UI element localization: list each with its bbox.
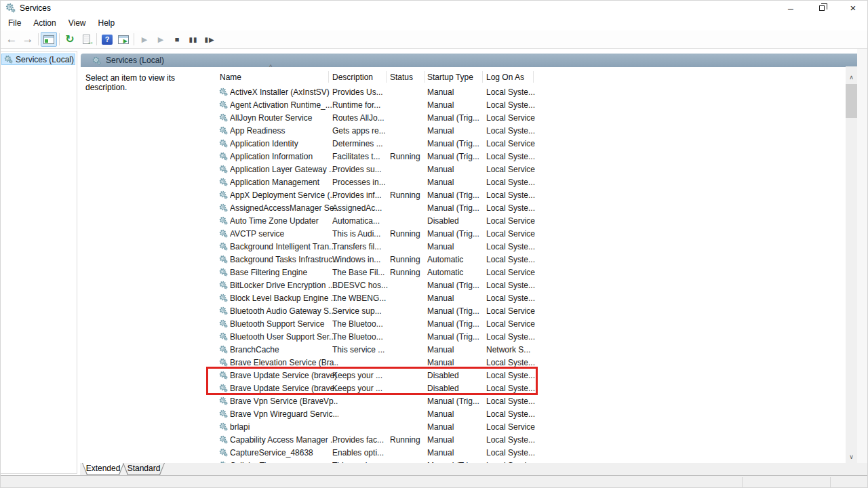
- column-separator[interactable]: [328, 71, 329, 83]
- service-gear-icon: [219, 371, 229, 380]
- table-row[interactable]: Bluetooth Audio Gateway S... Service sup…: [216, 305, 846, 318]
- table-row[interactable]: AVCTP service This is Audi... Running Ma…: [216, 228, 846, 241]
- service-gear-icon: [219, 255, 229, 264]
- service-status: [390, 112, 425, 125]
- table-row[interactable]: Background Intelligent Tran... Transfers…: [216, 241, 846, 253]
- sidebar-item-label: Services (Local): [16, 55, 74, 64]
- description-hint: Select an item to view its description.: [85, 73, 214, 92]
- service-gear-icon: [219, 139, 229, 148]
- tab-standard[interactable]: Standard: [123, 463, 165, 475]
- service-gear-icon: [219, 165, 229, 174]
- vertical-scrollbar[interactable]: ∧ ∨: [846, 66, 857, 463]
- service-log-on-as: Local Syste...: [486, 150, 561, 163]
- column-separator[interactable]: [533, 71, 534, 83]
- service-log-on-as: Local Syste...: [486, 331, 561, 344]
- scroll-down-icon[interactable]: ∨: [846, 451, 857, 463]
- table-row[interactable]: Application Management Processes in... M…: [216, 176, 846, 189]
- export-list-button[interactable]: →: [78, 32, 94, 47]
- table-row[interactable]: Brave Update Service (brave) Keeps your …: [216, 369, 846, 382]
- pause-service-button[interactable]: ▮▮: [185, 32, 201, 47]
- minimize-button[interactable]: –: [775, 1, 806, 17]
- table-row[interactable]: BitLocker Drive Encryption ... BDESVC ho…: [216, 279, 846, 292]
- refresh-button[interactable]: ↻: [62, 32, 78, 47]
- table-row[interactable]: Brave Elevation Service (Bra... Manual L…: [216, 357, 846, 369]
- pause-service-icon: ▮▮: [189, 36, 197, 43]
- table-row[interactable]: Brave Vpn Service (BraveVp... Manual (Tr…: [216, 395, 846, 408]
- forward-button[interactable]: →: [20, 32, 36, 47]
- service-gear-icon: [219, 358, 229, 367]
- table-row[interactable]: ActiveX Installer (AxInstSV) Provides Us…: [216, 86, 846, 99]
- scrollbar-thumb[interactable]: [846, 84, 857, 118]
- table-row[interactable]: Background Tasks Infrastruc... Windows i…: [216, 253, 846, 266]
- service-gear-icon: [219, 203, 229, 213]
- service-description: Provides su...: [332, 163, 388, 176]
- table-row[interactable]: Brave Update Service (brave... Keeps you…: [216, 382, 846, 395]
- service-log-on-as: Local Syste...: [486, 408, 561, 421]
- table-row[interactable]: Auto Time Zone Updater Automatica... Dis…: [216, 215, 846, 228]
- service-name: AssignedAccessManager Se...: [230, 202, 338, 215]
- service-description: Runtime for...: [332, 99, 388, 112]
- show-console-tree-button[interactable]: [41, 32, 57, 47]
- service-log-on-as: Local Syste...: [486, 279, 561, 292]
- show-action-pane-button[interactable]: ▶: [115, 32, 132, 47]
- column-separator[interactable]: [482, 71, 483, 83]
- service-status: [390, 86, 425, 99]
- table-row[interactable]: Bluetooth Support Service The Bluetoo...…: [216, 318, 846, 331]
- table-row[interactable]: AssignedAccessManager Se... AssignedAc..…: [216, 202, 846, 215]
- service-name: Background Tasks Infrastruc...: [230, 253, 338, 266]
- resume-service-button[interactable]: ▶: [153, 32, 169, 47]
- restore-button[interactable]: [806, 1, 837, 17]
- table-row[interactable]: AppX Deployment Service (... Provides in…: [216, 189, 846, 202]
- table-row[interactable]: Agent Activation Runtime_... Runtime for…: [216, 99, 846, 112]
- help-button[interactable]: ?: [99, 32, 115, 47]
- service-startup-type: Manual: [427, 357, 483, 369]
- service-status: [390, 382, 425, 395]
- restart-service-icon: ▮▶: [204, 36, 214, 43]
- column-header-log-on-as[interactable]: Log On As: [486, 70, 532, 84]
- table-row[interactable]: BranchCache This service ... Manual Netw…: [216, 344, 846, 357]
- column-header-startup-type[interactable]: Startup Type: [427, 70, 481, 84]
- service-log-on-as: Local Service: [486, 305, 561, 318]
- back-button[interactable]: ←: [3, 32, 20, 47]
- menu-help[interactable]: Help: [92, 16, 121, 30]
- service-status: Running: [390, 253, 425, 266]
- service-description: Keeps your ...: [332, 382, 388, 395]
- column-header-name[interactable]: Name: [220, 70, 327, 84]
- table-row[interactable]: Application Identity Determines ... Manu…: [216, 138, 846, 150]
- service-log-on-as: Local Syste...: [486, 202, 561, 215]
- table-row[interactable]: CaptureService_48638 Enables opti... Man…: [216, 447, 846, 460]
- menu-action[interactable]: Action: [27, 16, 62, 30]
- menu-file[interactable]: File: [2, 16, 27, 30]
- restart-service-button[interactable]: ▮▶: [201, 32, 218, 47]
- table-row[interactable]: Capability Access Manager ... Provides f…: [216, 434, 846, 447]
- service-status: [390, 369, 425, 382]
- service-log-on-as: Local Syste...: [486, 86, 561, 99]
- table-row[interactable]: Application Information Facilitates t...…: [216, 150, 846, 163]
- column-header-description[interactable]: Description: [332, 70, 385, 84]
- service-name: Application Layer Gateway ...: [230, 163, 338, 176]
- table-row[interactable]: App Readiness Gets apps re... Manual Loc…: [216, 125, 846, 138]
- table-row[interactable]: brlapi Manual Local Service: [216, 421, 846, 434]
- menu-view[interactable]: View: [62, 16, 92, 30]
- column-separator[interactable]: [386, 71, 387, 83]
- tab-extended[interactable]: Extended: [82, 463, 124, 475]
- service-gear-icon: [219, 100, 229, 110]
- service-description: Windows in...: [332, 253, 388, 266]
- service-log-on-as: Local Syste...: [486, 99, 561, 112]
- scroll-up-icon[interactable]: ∧: [846, 72, 857, 83]
- table-row[interactable]: Brave Vpn Wireguard Servic... Manual Loc…: [216, 408, 846, 421]
- services-app-icon: [5, 3, 16, 13]
- table-row[interactable]: Bluetooth User Support Ser... The Blueto…: [216, 331, 846, 344]
- stop-service-button[interactable]: ■: [169, 32, 185, 47]
- table-row[interactable]: Application Layer Gateway ... Provides s…: [216, 163, 846, 176]
- close-button[interactable]: ×: [837, 1, 868, 17]
- service-log-on-as: Network S...: [486, 344, 561, 357]
- table-row[interactable]: AllJoyn Router Service Routes AllJo... M…: [216, 112, 846, 125]
- table-row[interactable]: Block Level Backup Engine ... The WBENG.…: [216, 292, 846, 305]
- sidebar-item-services-local[interactable]: Services (Local): [1, 54, 75, 65]
- column-header-status[interactable]: Status: [390, 70, 424, 84]
- table-row[interactable]: Base Filtering Engine The Base Fil... Ru…: [216, 266, 846, 279]
- start-service-button[interactable]: ▶: [136, 32, 153, 47]
- service-list: ActiveX Installer (AxInstSV) Provides Us…: [216, 86, 846, 463]
- column-separator[interactable]: [425, 71, 425, 83]
